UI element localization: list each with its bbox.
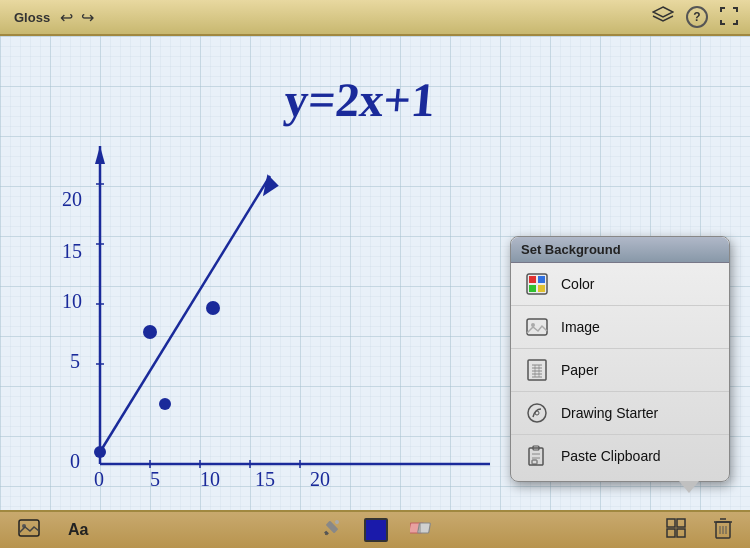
grid-button[interactable]	[660, 516, 692, 545]
redo-button[interactable]: ↪	[77, 6, 98, 29]
text-button[interactable]: Aa	[62, 519, 94, 541]
svg-marker-0	[653, 7, 673, 17]
color-icon	[523, 270, 551, 298]
svg-text:10: 10	[200, 468, 220, 490]
fullscreen-button[interactable]	[716, 5, 742, 30]
svg-rect-63	[667, 529, 675, 537]
undo-button[interactable]: ↩	[56, 6, 77, 29]
paper-icon	[523, 356, 551, 384]
svg-text:0: 0	[94, 468, 104, 490]
svg-point-47	[535, 411, 539, 415]
main-canvas[interactable]: y=2x+1 0 5 10 15 20 0 5 10 15 20	[0, 36, 750, 510]
popup-item-clipboard[interactable]: Paste Clipboard	[511, 435, 729, 477]
set-background-popup: Set Background Color	[510, 236, 730, 482]
popup-item-image-label: Image	[561, 319, 600, 335]
popup-item-clipboard-label: Paste Clipboard	[561, 448, 661, 464]
popup-item-color-label: Color	[561, 276, 594, 292]
layers-button[interactable]	[648, 4, 678, 31]
svg-point-28	[143, 325, 157, 339]
color-swatch[interactable]	[364, 518, 388, 542]
svg-text:20: 20	[62, 188, 82, 210]
pen-button[interactable]	[316, 516, 348, 545]
image-icon	[523, 313, 551, 341]
drawing-icon	[523, 399, 551, 427]
svg-marker-6	[95, 146, 105, 164]
popup-item-image[interactable]: Image	[511, 306, 729, 349]
gallery-button[interactable]	[12, 517, 46, 544]
svg-rect-34	[529, 285, 536, 292]
svg-point-30	[206, 301, 220, 315]
svg-point-46	[528, 404, 546, 422]
help-button[interactable]: ?	[686, 6, 708, 28]
svg-point-27	[94, 446, 106, 458]
svg-point-29	[159, 398, 171, 410]
svg-text:0: 0	[70, 450, 80, 472]
svg-rect-62	[677, 519, 685, 527]
svg-text:5: 5	[70, 350, 80, 372]
gloss-button[interactable]: Gloss	[8, 8, 56, 27]
trash-button[interactable]	[708, 515, 738, 546]
svg-rect-32	[529, 276, 536, 283]
svg-text:15: 15	[62, 240, 82, 262]
popup-item-paper-label: Paper	[561, 362, 598, 378]
svg-line-25	[100, 176, 270, 452]
top-toolbar: Gloss ↩ ↪ ?	[0, 0, 750, 36]
popup-item-color[interactable]: Color	[511, 263, 729, 306]
svg-text:15: 15	[255, 468, 275, 490]
svg-point-57	[334, 519, 340, 525]
svg-rect-55	[324, 530, 329, 535]
popup-item-drawing[interactable]: Drawing Starter	[511, 392, 729, 435]
clipboard-icon	[523, 442, 551, 470]
svg-rect-33	[538, 276, 545, 283]
svg-rect-61	[667, 519, 675, 527]
popup-header: Set Background	[511, 237, 729, 263]
svg-rect-52	[532, 460, 537, 464]
svg-rect-35	[538, 285, 545, 292]
eraser-button[interactable]	[404, 518, 438, 543]
svg-text:y=2x+1: y=2x+1	[282, 73, 437, 126]
popup-item-drawing-label: Drawing Starter	[561, 405, 658, 421]
svg-text:20: 20	[310, 468, 330, 490]
popup-item-paper[interactable]: Paper	[511, 349, 729, 392]
bottom-toolbar: Aa	[0, 510, 750, 548]
svg-text:5: 5	[150, 468, 160, 490]
svg-text:10: 10	[62, 290, 82, 312]
svg-rect-64	[677, 529, 685, 537]
